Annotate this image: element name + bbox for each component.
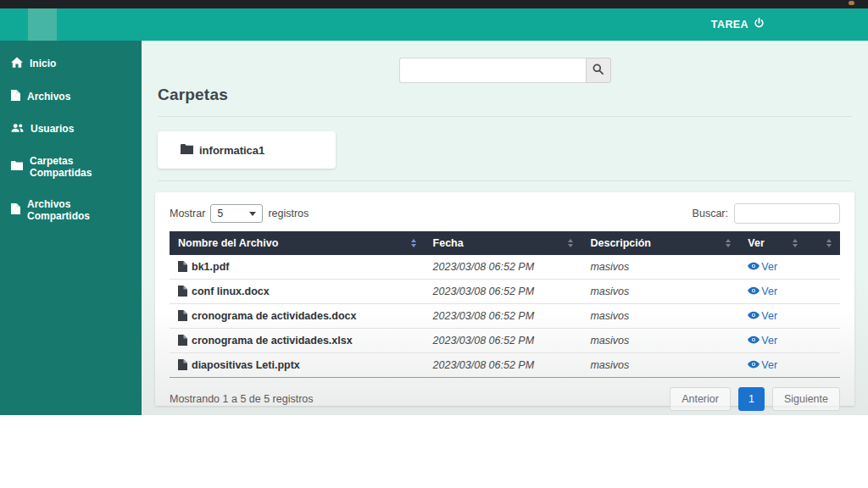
file-name-cell: cronograma de actividades.docx	[170, 304, 425, 329]
file-date-cell: 2023/03/08 06:52 PM	[425, 255, 582, 280]
view-link[interactable]: Ver	[748, 335, 777, 347]
sort-icon[interactable]	[826, 239, 832, 247]
file-name-cell: diapositivas Leti.pptx	[170, 353, 425, 378]
records-per-page-value: 5	[217, 208, 223, 219]
file-name-cell: bk1.pdf	[170, 255, 425, 280]
view-link[interactable]: Ver	[748, 286, 777, 297]
window-chrome-bar	[0, 0, 868, 8]
sidebar-item-label: Archivos Compartidos	[27, 198, 131, 222]
sidebar-item-carpetas-compartidas[interactable]: Carpetas Compartidas	[0, 145, 142, 188]
files-table: Nombre del Archivo Fecha Descripción	[170, 231, 840, 378]
records-per-page-control: Mostrar 5 registros	[170, 204, 309, 223]
app-header: TAREA	[0, 8, 868, 41]
file-view-cell: Ver	[739, 353, 806, 378]
file-name: conf linux.docx	[192, 286, 270, 297]
table-header-row: Nombre del Archivo Fecha Descripción	[170, 231, 840, 255]
sort-icon[interactable]	[411, 239, 416, 247]
table-footer: Mostrando 1 a 5 de 5 registros Anterior …	[170, 387, 840, 411]
sidebar-item-inicio[interactable]: Inicio	[0, 47, 142, 80]
sidebar-item-label: Inicio	[30, 58, 56, 69]
folder-icon	[11, 161, 23, 173]
page-title: Carpetas	[158, 86, 868, 104]
table-row: cronograma de actividades.docx2023/03/08…	[170, 304, 840, 329]
sort-icon[interactable]	[726, 239, 731, 247]
file-view-cell: Ver	[739, 255, 806, 280]
file-name: cronograma de actividades.docx	[192, 310, 357, 322]
extra-cell	[806, 304, 840, 329]
file-description-cell: masivos	[581, 304, 739, 329]
extra-cell	[806, 329, 840, 353]
file-icon	[11, 90, 20, 103]
users-icon	[11, 123, 24, 136]
power-icon[interactable]	[754, 18, 765, 31]
top-search-input[interactable]	[399, 58, 586, 83]
folder-card-informatica1[interactable]: informatica1	[158, 131, 336, 169]
view-link-label: Ver	[761, 335, 777, 347]
view-link-label: Ver	[761, 261, 777, 273]
header-menu-tile[interactable]	[28, 8, 57, 41]
extra-cell	[806, 280, 840, 304]
file-icon	[178, 335, 192, 347]
file-date-cell: 2023/03/08 06:52 PM	[425, 353, 582, 378]
chrome-notification-dot	[849, 1, 854, 5]
eye-icon	[748, 359, 760, 371]
main-content: Carpetas informatica1 Mostrar 5 registro…	[142, 41, 868, 415]
file-view-cell: Ver	[739, 304, 806, 329]
eye-icon	[748, 261, 760, 273]
file-description-cell: masivos	[581, 280, 739, 304]
file-icon	[178, 359, 192, 371]
sort-icon[interactable]	[793, 239, 798, 247]
extra-cell	[806, 353, 840, 378]
sidebar: Inicio Archivos Usuarios Carpetas Compar…	[0, 41, 142, 415]
file-icon	[11, 203, 20, 217]
sort-icon[interactable]	[568, 239, 573, 247]
sidebar-item-label: Carpetas Compartidas	[30, 155, 131, 179]
column-header-ver[interactable]: Ver	[739, 231, 806, 255]
pagination-previous-button[interactable]: Anterior	[670, 387, 731, 411]
records-per-page-select[interactable]: 5	[210, 204, 263, 223]
divider	[158, 180, 852, 181]
sidebar-item-archivos-compartidos[interactable]: Archivos Compartidos	[0, 188, 142, 231]
table-row: cronograma de actividades.xlsx2023/03/08…	[170, 329, 840, 353]
file-date-cell: 2023/03/08 06:52 PM	[425, 304, 582, 329]
eye-icon	[748, 286, 760, 297]
pagination-page-1-button[interactable]: 1	[738, 387, 765, 411]
filter-label: Buscar:	[693, 208, 728, 219]
view-link[interactable]: Ver	[748, 310, 777, 322]
logout-brand-button[interactable]: TAREA	[711, 8, 765, 41]
pagination-next-button[interactable]: Siguiente	[772, 387, 840, 411]
length-label-before: Mostrar	[170, 208, 205, 219]
sidebar-item-label: Archivos	[27, 91, 70, 103]
brand-label: TAREA	[711, 19, 748, 30]
column-label: Descripción	[590, 237, 651, 249]
column-label: Ver	[748, 237, 764, 249]
file-view-cell: Ver	[739, 329, 806, 353]
files-table-card: Mostrar 5 registros Buscar: Nombre del A…	[155, 192, 854, 406]
view-link[interactable]: Ver	[748, 261, 777, 273]
column-header-descripcion[interactable]: Descripción	[581, 231, 739, 255]
column-header-extra[interactable]	[806, 231, 840, 255]
file-view-cell: Ver	[739, 280, 806, 304]
sidebar-item-archivos[interactable]: Archivos	[0, 80, 142, 113]
table-toolbar: Mostrar 5 registros Buscar:	[170, 202, 840, 225]
table-filter-input[interactable]	[734, 203, 840, 224]
view-link[interactable]: Ver	[748, 359, 777, 371]
length-label-after: registros	[268, 208, 309, 219]
sidebar-item-usuarios[interactable]: Usuarios	[0, 113, 142, 145]
eye-icon	[748, 310, 760, 322]
file-date-cell: 2023/03/08 06:52 PM	[425, 329, 582, 353]
column-header-nombre[interactable]: Nombre del Archivo	[170, 231, 425, 255]
view-link-label: Ver	[761, 310, 777, 322]
file-name: cronograma de actividades.xlsx	[192, 335, 353, 347]
file-name-cell: conf linux.docx	[170, 280, 425, 304]
column-label: Nombre del Archivo	[178, 237, 278, 249]
search-icon	[593, 63, 604, 78]
column-header-fecha[interactable]: Fecha	[425, 231, 582, 255]
table-row: conf linux.docx2023/03/08 06:52 PMmasivo…	[170, 280, 840, 304]
sidebar-item-label: Usuarios	[31, 123, 74, 135]
file-description-cell: masivos	[581, 353, 739, 378]
file-name-cell: cronograma de actividades.xlsx	[170, 329, 425, 353]
search-button[interactable]	[586, 58, 611, 83]
file-icon	[178, 261, 192, 273]
file-description-cell: masivos	[581, 329, 739, 353]
